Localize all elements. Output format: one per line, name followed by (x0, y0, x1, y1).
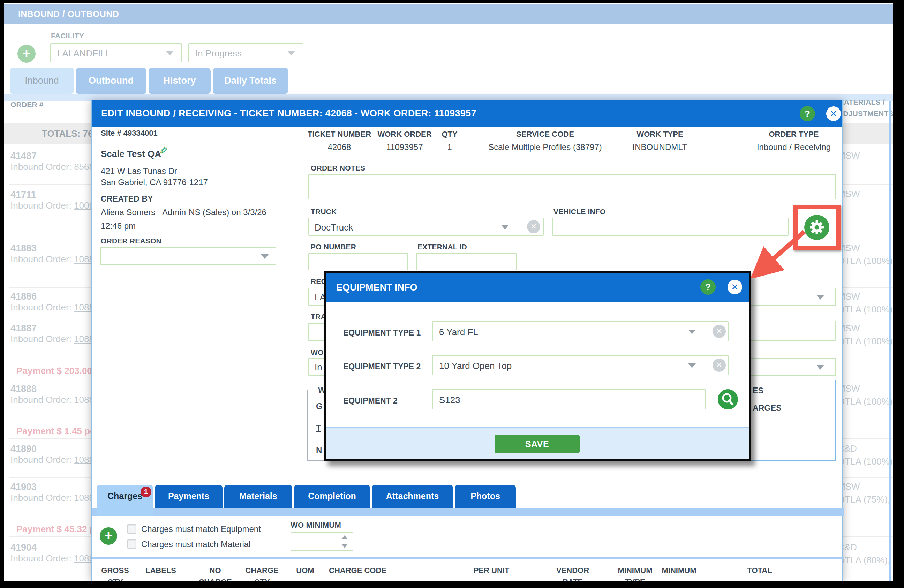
search-icon (718, 389, 738, 409)
order-link[interactable]: Inbound Order: 1088 (11, 394, 94, 405)
charges-match-material-checkbox[interactable] (127, 539, 136, 548)
col-no-charge-qty: NO CHARGE QTY (193, 564, 238, 582)
truck-select[interactable]: DocTruck ✕ (308, 218, 544, 236)
tab-attachments[interactable]: Attachments (372, 485, 453, 508)
equipment-type1-select[interactable]: 6 Yard FL ✕ (432, 321, 729, 341)
stepper-up-icon[interactable] (341, 535, 348, 539)
search-equipment-button[interactable] (718, 389, 738, 409)
work-order-value: 11093957 (377, 142, 433, 152)
tab-history[interactable]: History (149, 68, 211, 94)
edit-pencil-icon[interactable]: ✎ (159, 144, 168, 156)
order-number[interactable]: 41886 (11, 291, 36, 302)
col-per-unit: PER UNIT (463, 564, 519, 576)
tab-photos[interactable]: Photos (455, 485, 516, 508)
add-order-button[interactable]: + (17, 45, 36, 63)
truck-label: TRUCK (311, 207, 337, 216)
truck-select-value: DocTruck (315, 222, 353, 233)
equipment2-input[interactable]: S123 (432, 389, 706, 409)
charges-match-equipment-checkbox[interactable] (127, 524, 136, 534)
order-type-value: Inbound / Receiving (748, 142, 839, 152)
toolbar-divider (368, 521, 368, 552)
clear-equipment-type2-icon[interactable]: ✕ (713, 359, 726, 372)
save-button[interactable]: SAVE (495, 435, 580, 454)
ticket-number-value: 42068 (305, 142, 374, 152)
order-number[interactable]: 41711 (11, 190, 36, 200)
col-total: TOTAL (732, 564, 787, 576)
order-link[interactable]: Inbound Order: 1009 (11, 200, 94, 211)
order-reason-select[interactable] (100, 247, 276, 265)
facility-select-value: LALANDFILL (57, 48, 111, 59)
created-by-label: CREATED BY (101, 194, 153, 204)
tab-outbound[interactable]: Outbound (76, 68, 147, 94)
customer-name: Scale Test QA (101, 149, 161, 160)
order-link[interactable]: Inbound Order: 1089 (11, 553, 94, 564)
toolbar-divider (44, 49, 44, 58)
order-number[interactable]: 41487 (11, 151, 36, 161)
app-window: INBOUND / OUTBOUND FACILITY + LALANDFILL… (4, 3, 893, 582)
add-charge-button[interactable]: + (100, 527, 117, 545)
payment-label: Payment $ 45.32 p (16, 524, 95, 535)
close-icon[interactable]: ✕ (727, 280, 742, 294)
facility-label: FACILITY (51, 32, 84, 40)
chevron-down-icon (817, 365, 824, 370)
equipment-type2-select[interactable]: 10 Yard Open Top ✕ (432, 355, 729, 375)
ticket-number-label: TICKET NUMBER (305, 130, 374, 139)
tare-weight-link[interactable]: T (316, 423, 321, 433)
tab-payments[interactable]: Payments (155, 485, 223, 508)
order-link[interactable]: Inbound Order: 1088 (11, 334, 94, 345)
equipment-type1-value: 6 Yard FL (439, 327, 478, 338)
work-type-value: INBOUNDMLT (625, 142, 695, 152)
equipment-info-modal: EQUIPMENT INFO ? ✕ EQUIPMENT TYPE 1 6 Ya… (324, 271, 751, 461)
materials-column-header-line2: ADJUSTMENTS (838, 108, 893, 119)
order-link[interactable]: Inbound Order: 1088 (11, 254, 94, 265)
charges-match-equipment-label: Charges must match Equipment (141, 524, 261, 534)
site-number: Site # 49334001 (101, 129, 158, 138)
close-icon[interactable]: ✕ (826, 106, 841, 121)
materials-column-header-line1: MATERIALS / (838, 96, 893, 108)
service-code-value: Scale Multiple Profiles (38797) (484, 142, 606, 152)
materials-cell: MSW (838, 188, 893, 201)
wo-minimum-stepper[interactable] (291, 532, 353, 551)
external-id-input[interactable] (416, 253, 517, 270)
order-number[interactable]: 41887 (11, 323, 36, 334)
order-link[interactable]: Inbound Order: 8568 (11, 161, 94, 172)
tab-daily-totals[interactable]: Daily Totals (213, 68, 288, 94)
gross-weight-link[interactable]: G (316, 401, 322, 411)
facility-select[interactable]: LALANDFILL (50, 43, 182, 62)
order-number[interactable]: 41883 (11, 243, 36, 254)
tab-completion[interactable]: Completion (294, 485, 370, 508)
chevron-down-icon (688, 364, 696, 368)
order-number[interactable]: 41888 (11, 384, 36, 394)
help-icon[interactable]: ? (700, 279, 716, 295)
order-notes-textarea[interactable] (308, 174, 836, 199)
order-notes-label: ORDER NOTES (311, 164, 365, 172)
clear-equipment-type1-icon[interactable]: ✕ (713, 325, 726, 338)
equipment-type2-value: 10 Yard Open Top (439, 360, 512, 371)
screenshot-root: INBOUND / OUTBOUND FACILITY + LALANDFILL… (0, 0, 904, 588)
clear-truck-icon[interactable]: ✕ (527, 220, 540, 233)
col-gross-qty: GROSS QTY (96, 564, 134, 582)
help-icon[interactable]: ? (800, 106, 815, 122)
net-weight-label: N (316, 445, 322, 455)
chevron-down-icon (261, 254, 269, 259)
equipment-type2-label: EQUIPMENT TYPE 2 (343, 362, 420, 371)
order-link[interactable]: Inbound Order: 1089 (11, 492, 94, 503)
stepper-down-icon[interactable] (341, 544, 348, 548)
order-link[interactable]: Inbound Order: 1088 (11, 454, 94, 465)
order-number[interactable]: 41903 (11, 482, 36, 492)
chevron-down-icon (501, 225, 509, 229)
charges-tabs-strip (92, 508, 844, 516)
order-number[interactable]: 41890 (11, 444, 36, 454)
status-select[interactable]: In Progress (188, 43, 303, 62)
charges-divider (92, 557, 844, 559)
notes-label-fragment: ES (752, 386, 763, 395)
table-right-scroll-edge[interactable] (889, 101, 891, 582)
tab-materials[interactable]: Materials (224, 485, 292, 508)
edit-inbound-modal: EDIT INBOUND / RECEIVING - TICKET NUMBER… (91, 100, 843, 582)
order-link[interactable]: Inbound Order: 1088 (11, 302, 94, 313)
order-number[interactable]: 41904 (11, 542, 36, 553)
work-order-status-value: In (315, 362, 322, 373)
chevron-down-icon (817, 295, 824, 300)
tab-inbound[interactable]: Inbound (10, 68, 74, 94)
po-number-input[interactable] (308, 253, 408, 270)
